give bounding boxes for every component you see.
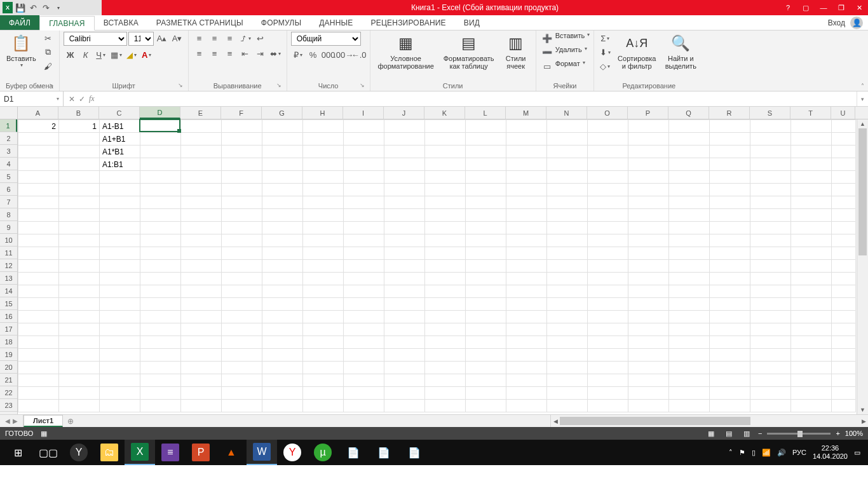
cell[interactable] [832, 387, 856, 400]
row-header[interactable]: 7 [0, 196, 17, 208]
cell[interactable] [181, 196, 222, 209]
cell[interactable] [669, 285, 710, 298]
cell[interactable] [262, 146, 303, 158]
row-header[interactable]: 3 [0, 145, 17, 158]
cell[interactable] [832, 374, 856, 387]
cell[interactable] [140, 209, 181, 222]
cell[interactable] [710, 209, 750, 222]
cell[interactable] [832, 298, 856, 311]
cell[interactable] [791, 311, 832, 323]
cell[interactable] [832, 349, 856, 362]
cell[interactable] [588, 362, 628, 374]
row-header[interactable]: 5 [0, 170, 17, 183]
cell[interactable] [750, 362, 791, 374]
cell[interactable] [344, 222, 384, 234]
cell[interactable] [628, 133, 669, 146]
cell[interactable] [181, 171, 222, 184]
cell[interactable] [628, 336, 669, 349]
cell[interactable] [791, 387, 832, 400]
cell[interactable] [262, 247, 303, 260]
cell[interactable] [669, 374, 710, 387]
cell[interactable] [506, 374, 547, 387]
cell[interactable] [140, 298, 181, 311]
cell[interactable] [59, 133, 100, 146]
cell[interactable] [588, 336, 628, 349]
cell[interactable] [628, 120, 669, 133]
cell[interactable] [588, 273, 628, 285]
row-header[interactable]: 6 [0, 183, 17, 196]
cell[interactable] [100, 298, 140, 311]
cell[interactable] [140, 133, 181, 146]
cell[interactable] [466, 222, 506, 234]
conditional-formatting-button[interactable]: ▦ Условное форматирование [374, 32, 438, 71]
cell[interactable] [791, 349, 832, 362]
cell[interactable] [425, 362, 466, 374]
cell[interactable] [59, 273, 100, 285]
cell[interactable] [59, 247, 100, 260]
taskbar-app-browser[interactable]: Y [277, 440, 308, 465]
cell[interactable] [181, 234, 222, 247]
cell[interactable] [181, 336, 222, 349]
cell[interactable] [710, 158, 750, 171]
cell[interactable] [18, 374, 59, 387]
collapse-ribbon-icon[interactable]: ˄ [861, 83, 864, 90]
cell[interactable] [222, 362, 262, 374]
cell[interactable] [466, 120, 506, 133]
cell[interactable] [466, 362, 506, 374]
cell[interactable] [506, 285, 547, 298]
cell[interactable] [425, 171, 466, 184]
macro-record-icon[interactable]: ▦ [41, 430, 47, 438]
cell[interactable] [181, 133, 222, 146]
row-header[interactable]: 10 [0, 234, 17, 247]
cell[interactable] [59, 323, 100, 336]
cell[interactable] [506, 349, 547, 362]
cell[interactable] [425, 158, 466, 171]
cell[interactable] [832, 260, 856, 273]
cell[interactable] [59, 260, 100, 273]
cell[interactable] [100, 209, 140, 222]
cell[interactable] [384, 209, 425, 222]
cell[interactable] [547, 260, 588, 273]
cell[interactable] [181, 209, 222, 222]
cell[interactable] [59, 387, 100, 400]
cell[interactable] [262, 158, 303, 171]
cell[interactable] [344, 209, 384, 222]
cell[interactable] [425, 374, 466, 387]
cell[interactable] [506, 120, 547, 133]
cell[interactable] [222, 222, 262, 234]
cell[interactable] [303, 273, 344, 285]
cell[interactable] [140, 234, 181, 247]
cell[interactable] [222, 336, 262, 349]
cell[interactable] [344, 285, 384, 298]
cell[interactable] [832, 400, 856, 412]
cell[interactable] [262, 171, 303, 184]
cell[interactable] [669, 120, 710, 133]
column-header[interactable]: K [424, 107, 465, 119]
cell[interactable] [222, 311, 262, 323]
cell[interactable] [669, 247, 710, 260]
column-header[interactable]: P [628, 107, 668, 119]
cell[interactable] [303, 285, 344, 298]
cell[interactable] [547, 336, 588, 349]
taskbar-app-powerpoint[interactable]: P [186, 440, 216, 465]
cell[interactable] [791, 298, 832, 311]
cell[interactable] [466, 387, 506, 400]
cell[interactable] [547, 234, 588, 247]
cell[interactable] [588, 171, 628, 184]
taskbar-app-doc2[interactable]: 📄 [369, 440, 399, 465]
font-name-select[interactable]: Calibri [64, 32, 127, 46]
taskbar-app-doc3[interactable]: 📄 [399, 440, 430, 465]
cell[interactable] [832, 234, 856, 247]
align-left-icon[interactable]: ≡ [193, 47, 207, 60]
cell[interactable] [303, 234, 344, 247]
cell[interactable] [18, 400, 59, 412]
cell[interactable] [425, 209, 466, 222]
row-header[interactable]: 1 [0, 119, 17, 132]
align-middle-icon[interactable]: ≡ [208, 32, 222, 44]
row-header[interactable]: 22 [0, 386, 17, 399]
cell[interactable] [588, 209, 628, 222]
cell[interactable] [344, 298, 384, 311]
cell[interactable] [750, 273, 791, 285]
cell[interactable] [181, 120, 222, 133]
cell[interactable] [140, 260, 181, 273]
